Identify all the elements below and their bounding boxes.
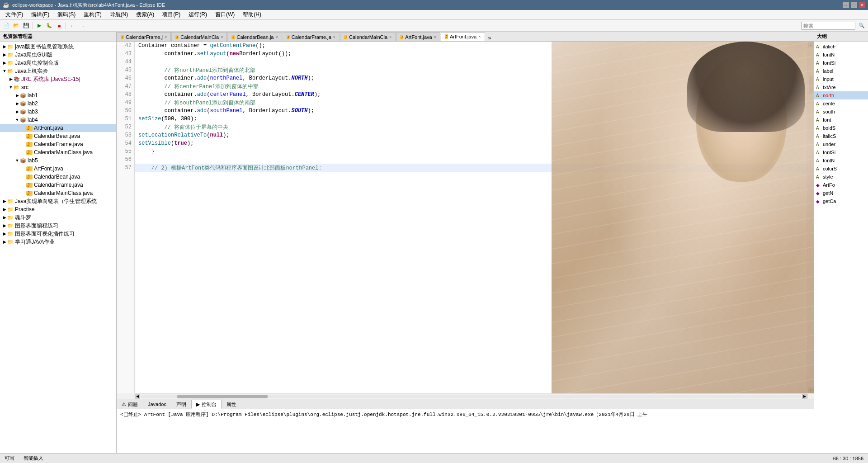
- hscroll-left-button[interactable]: ◀: [135, 394, 140, 399]
- minimize-button[interactable]: ─: [843, 2, 849, 8]
- toolbar-forward-button[interactable]: →: [78, 21, 87, 30]
- toolbar-open-button[interactable]: 📂: [12, 21, 21, 30]
- tab-close-icon[interactable]: ×: [434, 35, 436, 39]
- tree-arrow-icon[interactable]: ▶: [2, 232, 7, 236]
- editor-tab-5[interactable]: JArtFont.java×: [396, 32, 440, 41]
- sidebar-item-graphics[interactable]: ▶📁图形界面编程练习: [0, 222, 116, 230]
- menu-item-项目P[interactable]: 项目(P): [159, 10, 184, 19]
- toolbar-save-button[interactable]: 💾: [22, 21, 31, 30]
- outline-item-getN[interactable]: ◆getN: [814, 189, 868, 197]
- tree-arrow-icon[interactable]: ▼: [8, 85, 14, 90]
- menu-item-导航N[interactable]: 导航(N): [106, 10, 132, 19]
- bottom-tab-Javadoc[interactable]: Javadoc: [143, 400, 171, 409]
- tab-close-icon[interactable]: ×: [275, 35, 278, 39]
- tree-arrow-icon[interactable]: ▼: [2, 69, 7, 73]
- outline-item-under[interactable]: Aunder: [814, 140, 868, 148]
- toolbar-debug-button[interactable]: 🐛: [45, 21, 54, 30]
- outline-item-label[interactable]: Alabel: [814, 67, 868, 75]
- editor-tab-6[interactable]: JArtFont.java×: [441, 32, 485, 41]
- tab-close-icon[interactable]: ×: [389, 35, 392, 39]
- tree-arrow-icon[interactable]: ▶: [2, 223, 7, 228]
- menu-item-窗口W[interactable]: 窗口(W): [212, 10, 238, 19]
- bottom-tab-属性[interactable]: 属性: [222, 400, 241, 409]
- sidebar-item-calendarmain5[interactable]: JCalendarMainClass.java: [0, 189, 116, 197]
- tab-close-icon[interactable]: ×: [478, 34, 481, 39]
- outline-item-font[interactable]: Afont: [814, 116, 868, 124]
- menu-item-运行R[interactable]: 运行(R): [185, 10, 211, 19]
- sidebar-item-artfont5[interactable]: JArtFont.java: [0, 165, 116, 173]
- sidebar-item-calendarmain[interactable]: JCalendarMainClass.java: [0, 148, 116, 156]
- sidebar-item-java-learn[interactable]: ▶📁学习通JAVA作业: [0, 238, 116, 246]
- tree-arrow-icon[interactable]: ▼: [14, 118, 20, 122]
- bottom-tab-声明[interactable]: 声明: [171, 400, 191, 409]
- tree-arrow-icon[interactable]: ▶: [2, 199, 7, 203]
- sidebar-item-lab2[interactable]: ▶📦lab2: [0, 99, 116, 108]
- tabs-overflow-button[interactable]: »: [486, 35, 494, 41]
- outline-item-fontSi[interactable]: AfontSi: [814, 148, 868, 156]
- tree-arrow-icon[interactable]: ▶: [14, 93, 20, 98]
- menu-item-搜索A[interactable]: 搜索(A): [132, 10, 158, 19]
- outline-item-cente[interactable]: Acente: [814, 99, 868, 108]
- menu-item-编辑E[interactable]: 编辑(E): [28, 10, 53, 19]
- hscroll-thumb[interactable]: [177, 395, 268, 398]
- bottom-tab-控制台[interactable]: ▶控制台: [191, 400, 222, 409]
- editor-tab-4[interactable]: JCalendarMainCla×: [340, 32, 396, 41]
- outline-item-fontN[interactable]: AfontN: [814, 51, 868, 59]
- outline-item-style[interactable]: Astyle: [814, 173, 868, 181]
- toolbar-back-button[interactable]: ←: [68, 21, 77, 30]
- hscroll-right-button[interactable]: ▶: [802, 394, 807, 399]
- sidebar-item-calendarframe[interactable]: JCalendarFrame.java: [0, 140, 116, 148]
- sidebar-item-linked-list[interactable]: ▶📁Java实现单向链表（学生管理系统: [0, 197, 116, 205]
- outline-item-italicF[interactable]: AitalicF: [814, 43, 868, 51]
- sidebar-item-practise[interactable]: ▶📁Practise: [0, 205, 116, 213]
- outline-item-boldS[interactable]: AboldS: [814, 124, 868, 132]
- editor-tab-2[interactable]: JCalendarBean.ja×: [227, 32, 282, 41]
- tree-arrow-icon[interactable]: ▶: [2, 52, 7, 57]
- search-input[interactable]: [801, 22, 855, 30]
- tab-close-icon[interactable]: ×: [221, 35, 223, 39]
- tree-arrow-icon[interactable]: ▶: [2, 207, 7, 212]
- menu-item-帮助H[interactable]: 帮助(H): [239, 10, 265, 19]
- outline-item-north[interactable]: Anorth: [814, 91, 868, 99]
- menu-item-源码S[interactable]: 源码(S): [54, 10, 79, 19]
- menu-item-重构T[interactable]: 重构(T): [80, 10, 105, 19]
- outline-item-getCa[interactable]: ◆getCa: [814, 197, 868, 205]
- tree-arrow-icon[interactable]: ▶: [14, 109, 20, 114]
- outline-item-txtAre[interactable]: AtxtAre: [814, 83, 868, 91]
- sidebar-item-java-lab[interactable]: ▼📂Java上机实验: [0, 67, 116, 75]
- sidebar-item-lab4[interactable]: ▼📦lab4: [0, 116, 116, 124]
- tree-arrow-icon[interactable]: ▶: [2, 44, 7, 49]
- editor-horizontal-scrollbar[interactable]: ◀ ▶: [135, 393, 807, 399]
- outline-item-input[interactable]: Ainput: [814, 75, 868, 83]
- menu-item-文件F[interactable]: 文件(F): [2, 10, 27, 19]
- tree-arrow-icon[interactable]: ▶: [2, 61, 7, 65]
- tree-arrow-icon[interactable]: ▼: [14, 158, 20, 163]
- editor-tab-1[interactable]: JCalendarMainCla×: [171, 32, 227, 41]
- close-button[interactable]: ✕: [859, 2, 865, 8]
- sidebar-item-java-crawler-ctrl[interactable]: ▶📁Java爬虫控制台版: [0, 59, 116, 67]
- sidebar-item-java-crawler-gui[interactable]: ▶📁Java爬虫GUI版: [0, 51, 116, 59]
- hscroll-track[interactable]: [141, 395, 801, 398]
- sidebar-item-calendarbean5[interactable]: JCalendarBean.java: [0, 173, 116, 181]
- sidebar-item-graphics-vis[interactable]: ▶📁图形界面可视化插件练习: [0, 230, 116, 238]
- toolbar-run-button[interactable]: ▶: [35, 21, 44, 30]
- tree-arrow-icon[interactable]: ▶: [8, 77, 14, 81]
- sidebar-item-src[interactable]: ▼📂src: [0, 83, 116, 91]
- maximize-button[interactable]: □: [851, 2, 857, 8]
- toolbar-stop-button[interactable]: ■: [55, 21, 64, 30]
- toolbar-new-button[interactable]: 📄: [2, 21, 11, 30]
- sidebar-item-calendarframe5[interactable]: JCalendarFrame.java: [0, 181, 116, 189]
- outline-item-south[interactable]: Asouth: [814, 108, 868, 116]
- tree-arrow-icon[interactable]: ▶: [2, 215, 7, 220]
- editor-tab-3[interactable]: JCalendarFrame.ja×: [283, 32, 340, 41]
- sidebar-item-dou[interactable]: ▶📁魂斗罗: [0, 213, 116, 222]
- outline-item-colorS[interactable]: AcolorS: [814, 165, 868, 173]
- sidebar-item-lab5[interactable]: ▼📦lab5: [0, 156, 116, 165]
- outline-item-fontN[interactable]: AfontN: [814, 156, 868, 165]
- tree-arrow-icon[interactable]: ▶: [14, 101, 20, 106]
- outline-item-ArtFo[interactable]: ◆ArtFo: [814, 181, 868, 189]
- bottom-tab-问题[interactable]: ⚠问题: [117, 400, 143, 409]
- sidebar-item-lab3[interactable]: ▶📦lab3: [0, 108, 116, 116]
- sidebar-item-calendarbean[interactable]: JCalendarBean.java: [0, 132, 116, 140]
- tab-close-icon[interactable]: ×: [165, 35, 167, 39]
